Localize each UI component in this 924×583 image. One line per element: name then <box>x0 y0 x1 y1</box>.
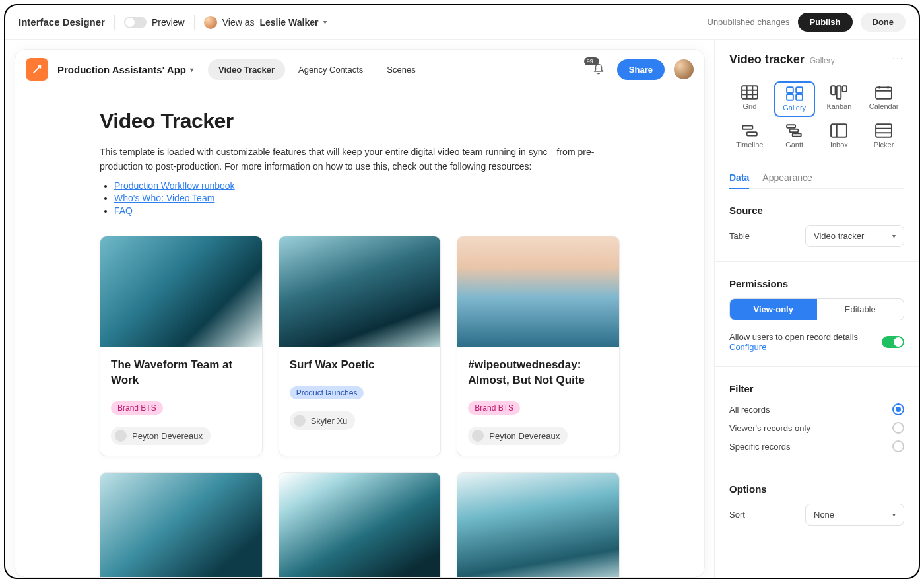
inbox-icon <box>830 123 847 138</box>
link-whoswho[interactable]: Who's Who: Video Team <box>114 193 214 203</box>
notification-badge: 99+ <box>584 57 599 65</box>
permissions-heading: Permissions <box>729 278 904 289</box>
layout-kanban[interactable]: Kanban <box>819 81 860 117</box>
svg-rect-5 <box>831 86 836 94</box>
link-runbook[interactable]: Production Workflow runbook <box>114 180 235 191</box>
card-owner-chip: Skyler Xu <box>290 411 356 430</box>
source-heading: Source <box>729 205 904 216</box>
panel-title: Video tracker <box>729 53 805 66</box>
layout-picker[interactable]: Picker <box>863 120 904 153</box>
svg-rect-1 <box>787 87 793 93</box>
done-button[interactable]: Done <box>861 13 906 32</box>
divider <box>715 261 919 262</box>
card-image <box>457 473 619 577</box>
source-table-select[interactable]: Video tracker ▾ <box>805 225 904 247</box>
card-tag: Product launches <box>290 386 364 399</box>
filter-option-viewer[interactable]: Viewer's records only <box>729 422 904 434</box>
perm-editable[interactable]: Editable <box>817 299 904 320</box>
more-menu-button[interactable]: ··· <box>892 53 904 63</box>
chevron-down-icon: ▾ <box>190 66 193 73</box>
layout-timeline[interactable]: Timeline <box>729 120 770 153</box>
publish-button[interactable]: Publish <box>798 13 853 32</box>
sort-label: Sort <box>729 510 745 520</box>
perm-view-only[interactable]: View-only <box>730 299 817 320</box>
radio-icon <box>892 422 904 434</box>
allow-details-toggle[interactable] <box>882 336 904 348</box>
tab-agency-contacts[interactable]: Agency Contacts <box>288 59 374 80</box>
chevron-down-icon: ▾ <box>323 18 327 26</box>
gallery-card[interactable]: The Waveform Team at Work Brand BTS Peyt… <box>100 236 263 456</box>
svg-rect-6 <box>837 86 842 99</box>
divider <box>194 15 195 30</box>
avatar-icon <box>204 16 217 29</box>
layout-picker: Grid Gallery Kanban Calendar <box>729 81 904 153</box>
gallery-icon <box>786 86 803 101</box>
viewas-name: Leslie Walker <box>259 17 318 28</box>
avatar-icon <box>115 430 127 442</box>
configure-link[interactable]: Configure <box>729 342 766 352</box>
avatar-icon <box>472 430 484 442</box>
tab-data[interactable]: Data <box>729 167 749 188</box>
canvas: Production Assistants' App ▾ Video Track… <box>5 40 714 578</box>
app-name-dropdown[interactable]: Production Assistants' App ▾ <box>57 64 193 75</box>
svg-rect-13 <box>792 133 801 136</box>
gallery-card[interactable] <box>457 472 620 577</box>
tab-scenes[interactable]: Scenes <box>376 59 426 80</box>
config-panel: Video tracker Gallery ··· Grid Gallery <box>714 40 919 578</box>
options-section: Options Sort None ▾ <box>729 483 904 526</box>
layout-calendar[interactable]: Calendar <box>863 81 904 117</box>
permissions-segmented[interactable]: View-only Editable <box>729 298 904 320</box>
svg-rect-0 <box>742 86 758 99</box>
timeline-icon <box>741 123 758 138</box>
picker-icon <box>875 123 892 138</box>
kanban-icon <box>830 85 847 100</box>
permissions-section: Permissions View-only Editable Allow use… <box>729 278 904 352</box>
gallery-card[interactable]: Surf Wax Poetic Product launches Skyler … <box>279 236 442 456</box>
layout-inbox[interactable]: Inbox <box>819 120 860 153</box>
app-header: Production Assistants' App ▾ Video Track… <box>15 50 704 89</box>
preview-label: Preview <box>152 17 185 28</box>
gallery-grid: The Waveform Team at Work Brand BTS Peyt… <box>100 236 620 577</box>
page-title: Video Tracker <box>100 109 620 133</box>
layout-gallery[interactable]: Gallery <box>774 81 815 117</box>
card-image <box>457 236 619 347</box>
filter-option-all[interactable]: All records <box>729 403 904 415</box>
tab-video-tracker[interactable]: Video Tracker <box>208 59 285 80</box>
card-image <box>100 473 262 577</box>
perm-allow-label: Allow users to open record details <box>729 332 858 342</box>
page-description: This template is loaded with customizabl… <box>100 145 614 174</box>
gallery-card[interactable]: #wipeoutwednesday: Almost, But Not Quite… <box>457 236 620 456</box>
card-owner-chip: Peyton Devereaux <box>111 427 211 445</box>
divider <box>114 15 115 30</box>
gallery-card[interactable] <box>279 472 442 577</box>
sort-select[interactable]: None ▾ <box>805 504 904 526</box>
tab-appearance[interactable]: Appearance <box>762 167 812 188</box>
card-tag: Brand BTS <box>111 401 163 415</box>
svg-rect-12 <box>789 129 798 132</box>
share-button[interactable]: Share <box>617 59 665 80</box>
svg-rect-9 <box>742 125 752 129</box>
card-owner-chip: Peyton Devereaux <box>468 427 568 445</box>
svg-rect-3 <box>787 94 793 100</box>
app-tabs: Video Tracker Agency Contacts Scenes <box>208 59 426 80</box>
preview-toggle[interactable]: Preview <box>124 17 185 28</box>
notifications-button[interactable]: 99+ <box>589 60 608 79</box>
unpublished-status: Unpublished changes <box>708 17 790 27</box>
filter-section: Filter All records Viewer's records only… <box>729 383 904 452</box>
app-frame: Production Assistants' App ▾ Video Track… <box>15 49 705 578</box>
resource-links: Production Workflow runbook Who's Who: V… <box>114 180 620 216</box>
divider <box>715 467 919 467</box>
layout-grid[interactable]: Grid <box>729 81 770 117</box>
user-avatar[interactable] <box>674 59 694 79</box>
app-title: Interface Designer <box>18 17 105 28</box>
view-as-selector[interactable]: View as Leslie Walker ▾ <box>204 16 327 29</box>
panel-header: Video tracker Gallery ··· <box>729 53 904 67</box>
filter-option-specific[interactable]: Specific records <box>729 440 904 452</box>
gallery-card[interactable] <box>100 472 263 577</box>
layout-gantt[interactable]: Gantt <box>774 120 815 153</box>
link-faq[interactable]: FAQ <box>114 205 133 216</box>
page-body: Video Tracker This template is loaded wi… <box>15 89 704 577</box>
svg-rect-4 <box>796 94 803 100</box>
divider <box>715 366 919 367</box>
svg-rect-11 <box>787 125 795 127</box>
